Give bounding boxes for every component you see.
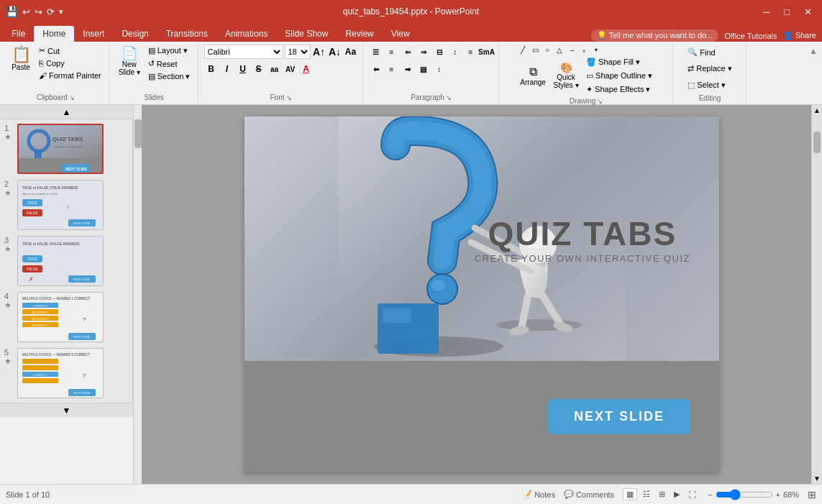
align-center-btn[interactable]: ≡ — [385, 62, 399, 76]
slide-thumbnail-3[interactable]: 3 ★ TRUE or FALSE (FALSE ANSWER) TRUE FA… — [3, 234, 129, 288]
share-btn[interactable]: 👤 Share — [783, 31, 816, 40]
clear-format-btn[interactable]: Aa — [344, 45, 358, 59]
comments-btn[interactable]: 💬 Comments — [564, 490, 614, 499]
save-icon[interactable]: 💾 — [6, 6, 18, 17]
zoom-slider[interactable] — [716, 489, 773, 500]
arrow-shape[interactable]: → — [566, 45, 577, 55]
tab-transitions[interactable]: Transitions — [157, 26, 216, 42]
reset-button[interactable]: ↺ Reset — [145, 58, 193, 70]
section-button[interactable]: ▤ Section ▾ — [145, 70, 193, 83]
align-right-btn[interactable]: ➡ — [401, 62, 415, 76]
underline-btn[interactable]: U — [236, 62, 250, 76]
close-btn[interactable]: ✕ — [800, 6, 816, 17]
tell-me-input[interactable]: 💡 Tell me what you want to do... — [591, 29, 719, 42]
slides-scroll-down[interactable]: ▼ — [0, 403, 133, 417]
format-painter-button[interactable]: 🖌 Format Painter — [36, 70, 104, 81]
canvas-scrollbar[interactable]: ▲ ▼ — [811, 105, 822, 484]
italic-btn[interactable]: I — [220, 62, 234, 76]
slide-thumbnail-2[interactable]: 2 ★ TRUE or FALSE (TRUE ANSWER) Tap on t… — [3, 178, 129, 232]
drawing-expand-icon[interactable]: ↘ — [597, 98, 603, 105]
select-button[interactable]: ⬚ Select ▾ — [683, 78, 730, 93]
align-text-btn[interactable]: ≡ — [464, 45, 478, 59]
canvas-scroll-down[interactable]: ▼ — [812, 473, 822, 484]
next-slide-button[interactable]: NEXT SLIDE — [548, 399, 690, 434]
maximize-btn[interactable]: □ — [780, 6, 794, 17]
normal-view-btn[interactable]: ▦ — [623, 488, 637, 500]
paste-button[interactable]: 📋 Paste — [7, 45, 35, 73]
bold-btn[interactable]: B — [204, 62, 219, 76]
ribbon-collapse-btn[interactable]: ▲ — [809, 46, 818, 56]
new-slide-button[interactable]: 📄 NewSlide ▾ — [115, 45, 144, 78]
undo-icon[interactable]: ↩ — [22, 6, 30, 17]
line-spacing-btn[interactable]: ↕ — [432, 62, 447, 76]
cut-button[interactable]: ✂ Cut — [36, 45, 104, 57]
clipboard-expand-icon[interactable]: ↘ — [69, 94, 75, 101]
zoom-in-btn[interactable]: + — [776, 490, 780, 499]
font-size-increase-btn[interactable]: A↑ — [312, 45, 326, 59]
tab-slideshow[interactable]: Slide Show — [276, 26, 337, 42]
font-color-btn[interactable]: A — [299, 62, 314, 76]
rect-shape[interactable]: ▭ — [529, 45, 541, 55]
text-direction-btn[interactable]: ↕ — [448, 45, 462, 59]
justify-btn[interactable]: ▤ — [416, 62, 431, 76]
char-spacing-btn[interactable]: AV — [283, 62, 298, 76]
font-size-select[interactable]: 18 — [285, 45, 311, 59]
slide-thumbnail-4[interactable]: 4 ★ MULTIPLE CHOICE — ANSWER 1 CORRECT C… — [3, 290, 129, 344]
outline-view-btn[interactable]: ☷ — [640, 489, 653, 500]
slide-thumbnail-5[interactable]: 5 ★ MULTIPLE CHOICE — ANSWER 3 CORRECT C… — [3, 347, 129, 400]
slide-thumbnail-1[interactable]: 1 ★ — [3, 122, 129, 175]
shape-fill-button[interactable]: 🪣 Shape Fill ▾ — [583, 56, 655, 68]
columns-btn[interactable]: ⊟ — [432, 45, 447, 59]
replace-icon: ⇄ — [688, 64, 694, 73]
tab-design[interactable]: Design — [113, 26, 157, 42]
notes-btn[interactable]: 📝 Notes — [522, 490, 555, 499]
slide-canvas[interactable]: QUIZ TABS CREATE YOUR OWN INTERACTIVE QU… — [245, 116, 719, 472]
line-shape[interactable]: ╱ — [517, 45, 529, 55]
fit-window-btn[interactable]: ⊞ — [808, 489, 816, 500]
font-size-decrease-btn[interactable]: A↓ — [328, 45, 342, 59]
zoom-out-btn[interactable]: − — [708, 490, 712, 499]
indent-increase-btn[interactable]: ⇒ — [416, 45, 431, 59]
tab-view[interactable]: View — [383, 26, 419, 42]
slides-scroll-up[interactable]: ▲ — [0, 105, 133, 119]
find-button[interactable]: 🔍 Find — [683, 45, 719, 60]
circle-shape[interactable]: ○ — [542, 45, 553, 55]
replace-button[interactable]: ⇄ Replace ▾ — [683, 61, 736, 76]
slideshow-btn[interactable]: ⛶ — [685, 490, 699, 500]
tab-review[interactable]: Review — [337, 26, 382, 42]
numbering-btn[interactable]: ≡ — [385, 45, 399, 59]
slide-sorter-btn[interactable]: ⊞ — [656, 489, 668, 500]
more-shapes[interactable]: ⬦ — [578, 45, 590, 55]
replay-icon[interactable]: ⟳ — [47, 6, 55, 17]
arrange-button[interactable]: ⧉ Arrange — [517, 60, 549, 92]
minimize-btn[interactable]: ─ — [759, 6, 774, 17]
tab-insert[interactable]: Insert — [74, 26, 113, 42]
copy-button[interactable]: ⎘ Copy — [36, 58, 104, 69]
tab-home[interactable]: Home — [34, 26, 74, 42]
quick-styles-button[interactable]: 🎨 QuickStyles ▾ — [550, 60, 582, 92]
slide-thumb-img-4: MULTIPLE CHOICE — ANSWER 1 CORRECT CORRE… — [17, 292, 104, 342]
shape-outline-button[interactable]: ▭ Shape Outline ▾ — [583, 70, 655, 82]
shadow-btn[interactable]: aa — [268, 62, 282, 76]
smart-art-btn[interactable]: SmA — [480, 45, 494, 59]
para-expand-icon[interactable]: ↘ — [446, 94, 452, 101]
font-expand-icon[interactable]: ↘ — [286, 94, 292, 101]
triangle-shape[interactable]: △ — [554, 45, 565, 55]
reading-view-btn[interactable]: ▶ — [671, 489, 682, 500]
svg-point-54 — [431, 280, 446, 291]
shapes-more-btn[interactable]: ▾ — [590, 45, 602, 55]
indent-decrease-btn[interactable]: ⇐ — [401, 45, 415, 59]
align-left-btn[interactable]: ⬅ — [369, 62, 383, 76]
slide-panel-scrollbar[interactable] — [133, 105, 142, 484]
redo-icon[interactable]: ↪ — [35, 6, 42, 17]
tab-file[interactable]: File — [3, 26, 34, 42]
office-tutorials-btn[interactable]: Office Tutorials — [724, 32, 777, 40]
bullets-btn[interactable]: ☰ — [369, 45, 383, 59]
tab-animations[interactable]: Animations — [216, 26, 276, 42]
canvas-scroll-thumb[interactable] — [813, 132, 821, 153]
canvas-scroll-up[interactable]: ▲ — [812, 105, 822, 116]
font-name-select[interactable]: Calibri — [204, 45, 283, 59]
shape-effects-button[interactable]: ✦ Shape Effects ▾ — [583, 83, 655, 96]
layout-button[interactable]: ▤ Layout ▾ — [145, 45, 193, 57]
strikethrough-btn[interactable]: S — [252, 62, 266, 76]
